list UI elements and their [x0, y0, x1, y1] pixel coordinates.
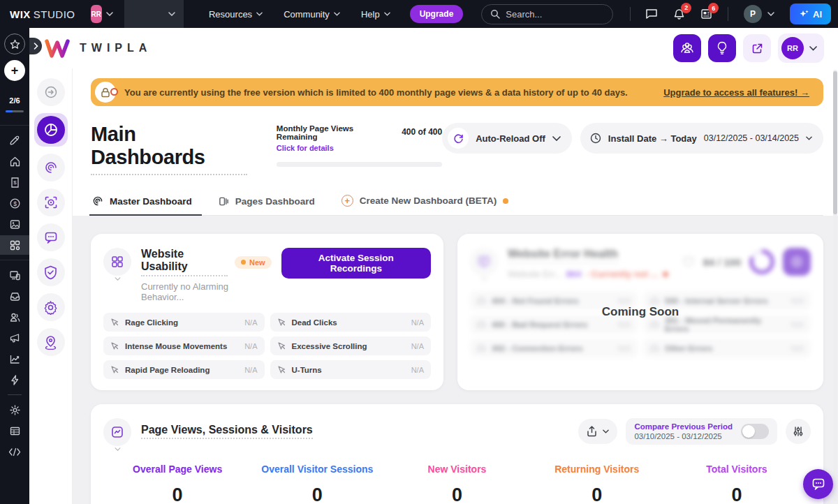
error-health-title: Website Error Health [508, 248, 618, 264]
insights-button[interactable] [708, 34, 736, 62]
rail-recordings-icon[interactable] [37, 188, 65, 216]
metric-returning-visitors[interactable]: Returning Visitors 0 0% [538, 464, 656, 504]
rail-invoices-icon[interactable]: $ [0, 172, 29, 192]
open-external-button[interactable] [743, 34, 771, 62]
quota-value: 400 of 400 [402, 124, 442, 137]
rail-media-icon[interactable] [0, 214, 29, 234]
metric-overall-page-views[interactable]: Overall Page Views 0 0% [119, 464, 236, 504]
rail-locations-pin-icon[interactable] [37, 328, 65, 356]
community-button[interactable] [673, 34, 701, 62]
chevron-down-icon[interactable] [115, 277, 121, 281]
rail-marketing-icon[interactable] [0, 328, 29, 348]
twipla-logo[interactable]: TWIPLA [45, 39, 152, 58]
usability-widget-icon[interactable] [103, 248, 131, 276]
setup-progress-bar [6, 110, 24, 112]
twipla-account-menu[interactable]: RR [778, 34, 824, 63]
add-plus-button[interactable]: + [4, 60, 25, 81]
rail-privacy-shield-icon[interactable] [37, 258, 65, 286]
upgrade-button[interactable]: Upgrade [410, 5, 464, 23]
account-menu[interactable]: P [738, 2, 780, 26]
search-box[interactable] [481, 4, 612, 24]
usability-row-intense-mouse-movements[interactable]: Intense Mouse MovementsN/A [103, 336, 265, 355]
rail-settings-gear-icon[interactable] [37, 293, 65, 321]
banner-upgrade-link[interactable]: Upgrade to access all features! → [663, 87, 809, 98]
rail-dev-mode-icon[interactable] [0, 442, 29, 461]
nav-help[interactable]: Help [353, 9, 399, 20]
updates-badge: 6 [708, 3, 719, 13]
wix-studio-logo[interactable]: WIX STUDIO [10, 8, 75, 20]
ai-assistant-button[interactable]: AI [790, 3, 831, 24]
usability-row-rapid-page-reloading[interactable]: Rapid Page ReloadingN/A [103, 360, 265, 379]
free-version-banner: You are currently using the free version… [91, 78, 823, 106]
nav-community[interactable]: Community [275, 9, 348, 20]
rail-apps-icon[interactable] [0, 235, 29, 255]
metric-overall-visitor-sessions[interactable]: Overall Visitor Sessions 0 0% [258, 464, 376, 504]
rail-contacts-icon[interactable] [0, 307, 29, 327]
error-row-302[interactable]: 302 - Connection ErrorsN/A [470, 339, 638, 357]
page-scrollbar[interactable] [833, 70, 837, 501]
rail-content-manager-icon[interactable] [0, 421, 29, 440]
tab-create-new-dashboard[interactable]: + Create New Dashboard (BETA) [340, 189, 510, 215]
usability-row-excessive-scrolling[interactable]: Excessive ScrollingN/A [270, 336, 432, 355]
usability-row-rage-clicking[interactable]: Rage ClickingN/A [103, 313, 265, 332]
metrics-row: Overall Page Views 0 0% Overall Visitor … [103, 464, 811, 504]
page-views-widget-icon[interactable] [103, 418, 131, 446]
usability-row-u-turns[interactable]: U-TurnsN/A [270, 360, 432, 379]
metric-total-visitors[interactable]: Total Visitors 0 0% [678, 464, 795, 504]
wix-topbar: WIX STUDIO RR Resources Community Help U… [0, 0, 838, 28]
rail-setup-rocket-icon[interactable] [0, 131, 29, 150]
export-button[interactable] [578, 419, 617, 444]
workspace-avatar[interactable]: RR [91, 5, 102, 23]
workspace-chevron-icon[interactable] [106, 12, 113, 16]
favorites-star-icon[interactable] [4, 34, 25, 54]
rail-visitor-entry-icon[interactable] [37, 78, 65, 106]
rail-inbox-icon[interactable] [0, 286, 29, 306]
compare-previous-period: Compare Previous Period 03/10/2025 - 03/… [626, 418, 777, 445]
nav-resources[interactable]: Resources [200, 9, 271, 20]
tab-master-dashboard[interactable]: Master Dashboard [91, 190, 193, 215]
chevron-down-icon[interactable] [115, 447, 121, 451]
limit-dot-icon [110, 88, 118, 96]
date-range-picker[interactable]: Install Date → Today 03/12/2025 - 03/14/… [580, 123, 823, 154]
auto-reload-dropdown[interactable]: Auto-Reload Off [442, 123, 572, 154]
chat-bubble-icon [811, 477, 825, 491]
rail-home-icon[interactable] [0, 151, 29, 171]
chevron-down-icon [256, 12, 263, 16]
wix-sidebar-rail: + 2/6 $ $ [0, 28, 29, 504]
rail-sessions-icon[interactable] [37, 154, 65, 181]
rail-automations-icon[interactable] [0, 370, 29, 390]
click-cursor-icon [277, 341, 286, 350]
activate-session-recordings-button[interactable]: Activate Session Recordings [281, 248, 431, 279]
chevron-down-icon [334, 12, 340, 16]
chart-settings-button[interactable] [786, 419, 811, 444]
rail-analytics-icon[interactable] [0, 349, 29, 369]
scrollbar-thumb[interactable] [833, 71, 837, 214]
chevron-down-icon [767, 12, 774, 16]
notifications-bell-icon[interactable]: 2 [668, 6, 691, 23]
error-health-widget-icon [470, 248, 498, 276]
compare-range: 03/10/2025 - 03/12/2025 [634, 432, 733, 440]
rail-settings-gear-icon[interactable] [0, 400, 29, 420]
page-views-title: Page Views, Sessions & Visitors [141, 424, 313, 439]
compare-toggle[interactable] [741, 424, 769, 439]
twipla-header: TWIPLA RR [29, 28, 838, 68]
search-input[interactable] [506, 9, 603, 20]
metric-new-visitors[interactable]: New Visitors 0 0% [398, 464, 515, 504]
setup-progress-label: 2/6 [9, 96, 20, 105]
rail-payments-icon[interactable]: $ [0, 193, 29, 213]
error-record-button[interactable] [783, 248, 811, 276]
tab-pages-dashboard[interactable]: Pages Dashboard [217, 191, 316, 215]
chevron-down-icon [603, 429, 609, 433]
quota-details-link[interactable]: Click for details [277, 144, 334, 152]
site-selector-dropdown[interactable] [124, 0, 184, 28]
feedback-chat-icon[interactable] [640, 6, 663, 22]
rail-dashboards-active[interactable] [34, 113, 68, 147]
chevron-down-icon [552, 136, 561, 141]
support-chat-fab[interactable] [803, 469, 833, 499]
error-row-other[interactable]: Other ErrorsN/A [643, 339, 811, 357]
updates-news-icon[interactable]: 6 [695, 6, 718, 22]
rail-chat-icon[interactable] [37, 223, 65, 251]
rail-devices-icon[interactable] [0, 265, 29, 285]
cloud-error-icon [477, 320, 486, 328]
usability-row-dead-clicks[interactable]: Dead ClicksN/A [270, 313, 432, 332]
